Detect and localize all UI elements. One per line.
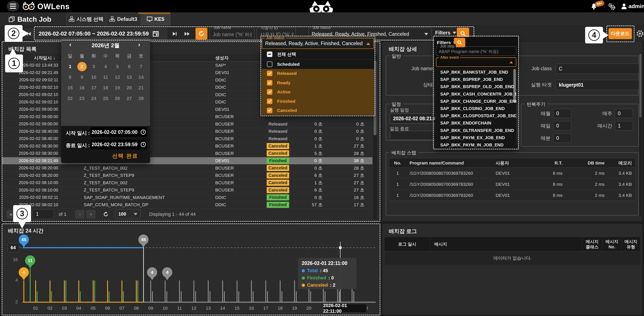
calendar-day-number[interactable]: 27 xyxy=(124,94,134,103)
event-option[interactable]: SAP_BKK_BSPREP_JOB_END xyxy=(440,77,503,82)
calendar-next-month-button[interactable]: › xyxy=(138,41,140,48)
table-row[interactable]: 2026-02-02 09:00:00BCUSERReleased0 초0 초 xyxy=(2,120,372,128)
tab-ke5[interactable]: KE5 xyxy=(141,13,170,25)
job-name-field[interactable]: Job name Job name ('%' 허용) xyxy=(210,28,254,40)
calendar-day[interactable]: 12 xyxy=(112,72,124,83)
job-name-input[interactable]: Job name ('%' 허용) xyxy=(213,31,252,38)
chart-marker-balloon[interactable]: 45 xyxy=(19,235,29,245)
checkbox-on[interactable] xyxy=(267,71,272,76)
table-row[interactable]: 2026-02-02 08:02:10SAP_CCMS_MONI_BATCH_D… xyxy=(2,201,372,209)
calendar-day-number[interactable]: 13 xyxy=(124,73,134,82)
calendar-day[interactable]: 17 xyxy=(88,83,100,93)
calendar-day-number[interactable]: 11 xyxy=(101,73,110,82)
download-button[interactable]: 다운로드 xyxy=(608,28,632,39)
target-value[interactable]: klugerpt01 xyxy=(556,80,639,90)
calendar-icon[interactable] xyxy=(152,31,159,37)
checkbox-off[interactable] xyxy=(267,62,272,67)
settings-gears-icon[interactable] xyxy=(607,3,616,10)
step-forward-button[interactable] xyxy=(170,29,180,39)
calendar-day-number[interactable]: 9 xyxy=(77,73,87,82)
calendar-day[interactable]: 10 xyxy=(88,72,100,83)
calendar-day[interactable]: 23 xyxy=(76,93,88,104)
job-step-input[interactable]: ABAP Program name ('%' 허용) xyxy=(439,49,498,55)
calendar-day-number[interactable]: 16 xyxy=(77,83,87,93)
calendar-day[interactable]: 21 xyxy=(135,83,147,93)
calendar-day[interactable]: 18 xyxy=(100,83,112,93)
calendar-day[interactable]: 11 xyxy=(100,72,112,83)
table-row[interactable]: 2026-02-02 08:20:00Z_TEST_BATCH_002BCUSE… xyxy=(2,165,372,172)
calendar-day[interactable]: 7 xyxy=(135,61,147,72)
calendar-day[interactable]: 8 xyxy=(64,72,76,83)
calendar-day-selected[interactable]: 2 xyxy=(77,62,87,71)
table-row[interactable]: 2026-02-02 08:40:00BCUSERReleased0 초0 초 xyxy=(2,128,372,135)
dropdown-option[interactable]: Ready xyxy=(262,78,374,87)
refresh-button[interactable] xyxy=(196,28,207,40)
checkbox-on[interactable] xyxy=(267,98,272,104)
calendar-day[interactable]: 9 xyxy=(76,72,88,83)
page-input[interactable]: 1 xyxy=(33,209,54,219)
calendar-confirm-button[interactable]: 선택 완료 xyxy=(112,152,138,160)
weekly-value[interactable]: 0 xyxy=(615,109,633,118)
table-row[interactable]: 2026-02-02 08:10:00Z_TEST_BATCH_002BCUSE… xyxy=(2,179,372,187)
calendar-day[interactable]: 3 xyxy=(88,61,100,72)
calendar-day-number[interactable]: 4 xyxy=(101,62,110,71)
calendar-day-number[interactable]: 8 xyxy=(66,73,75,82)
calendar-day[interactable]: 22 xyxy=(64,93,76,104)
calendar-day[interactable]: 20 xyxy=(123,83,135,93)
calendar-day-number[interactable]: 12 xyxy=(113,73,122,82)
chart-marker-balloon[interactable]: 4 xyxy=(162,267,172,277)
checkbox-on[interactable] xyxy=(267,80,272,86)
chart-marker-balloon[interactable]: 4 xyxy=(147,267,157,277)
event-option[interactable]: SAP_BKK_ENDOFCHAIN xyxy=(440,121,491,125)
calendar-day-number[interactable]: 23 xyxy=(77,94,87,103)
calendar-day[interactable]: 27 xyxy=(123,93,135,104)
table-row[interactable]: 2026-02-02 08:21:49DEV01Finished0 초38 초 xyxy=(2,157,372,165)
minutely-value[interactable]: 0 xyxy=(553,133,571,143)
calendar-day-number[interactable]: 10 xyxy=(89,73,98,82)
calendar-day-number[interactable]: 6 xyxy=(124,62,134,71)
calendar-day-number[interactable]: 1 xyxy=(66,62,75,71)
calendar-day[interactable]: 24 xyxy=(88,93,100,104)
calendar-day[interactable]: 6 xyxy=(123,61,135,72)
chevron-down-icon[interactable] xyxy=(424,33,428,35)
dropdown-option[interactable]: Scheduled xyxy=(262,60,374,69)
dropdown-option[interactable]: Released xyxy=(262,69,374,78)
calendar-day-number[interactable]: 5 xyxy=(113,62,122,71)
hamburger-menu-button[interactable] xyxy=(7,1,19,12)
detail-scrollbar[interactable] xyxy=(639,52,642,216)
table-row[interactable]: 1/1GY/200805080700369783260DEV018 ms2 ms… xyxy=(389,179,635,190)
table-row[interactable]: 2026-02-02 08:20:00Z_TEST_BATCH_STEP9BCU… xyxy=(2,172,372,179)
calendar-day[interactable]: 19 xyxy=(112,83,124,93)
next-page-button[interactable]: › xyxy=(75,210,84,219)
calendar-day[interactable]: 15 xyxy=(64,83,76,93)
after-event-field[interactable]: After event xyxy=(436,57,516,67)
calendar-day-number[interactable]: 21 xyxy=(136,83,146,93)
calendar-day-number[interactable]: 20 xyxy=(124,83,134,93)
clock-icon[interactable] xyxy=(140,129,146,135)
calendar-day[interactable]: 14 xyxy=(135,72,147,83)
skip-to-end-button[interactable] xyxy=(182,29,193,39)
calendar-day[interactable]: 1 xyxy=(64,61,76,72)
calendar-day-number[interactable]: 22 xyxy=(66,94,75,103)
event-option[interactable]: SAP_BKK_CHANGE_CURR_JOB_END xyxy=(440,99,516,104)
dropdown-option[interactable]: Canceled xyxy=(262,106,374,115)
chart-marker-balloon[interactable]: 4 xyxy=(19,267,29,277)
calendar-day[interactable]: 13 xyxy=(123,72,135,83)
hourly-value[interactable]: 1 xyxy=(615,121,633,130)
event-option[interactable]: SAP_BKK_CLOSPOSTDAT_JOB_END xyxy=(440,113,516,118)
reload-list-button[interactable] xyxy=(101,210,110,219)
event-option[interactable]: SAP_BKK_GLTRANSFER_JOB_END xyxy=(440,128,514,133)
event-option[interactable]: SAP_BKK_PAYM_EX_JOB_END xyxy=(440,135,505,140)
job-status-combo-open[interactable]: Job status Released, Ready, Active, Fini… xyxy=(262,38,374,49)
calendar-day-number[interactable]: 24 xyxy=(89,94,98,103)
calendar-day[interactable]: 25 xyxy=(100,93,112,104)
calendar-day-number[interactable]: 14 xyxy=(136,73,146,82)
calendar-day-number[interactable]: 28 xyxy=(136,94,146,103)
checkbox-on[interactable] xyxy=(267,108,272,113)
user-name[interactable]: admin xyxy=(628,3,644,10)
event-option[interactable]: SAP_BKK_CLOSING_JOB_END xyxy=(440,106,504,111)
filters-button[interactable]: Filters xyxy=(435,30,456,36)
job-class-value[interactable]: C xyxy=(556,64,639,74)
calendar-day-number[interactable]: 15 xyxy=(66,83,75,93)
table-row[interactable]: 2026-02-02 08:30:00BCUSERCanceled1 초27 초 xyxy=(2,142,372,150)
